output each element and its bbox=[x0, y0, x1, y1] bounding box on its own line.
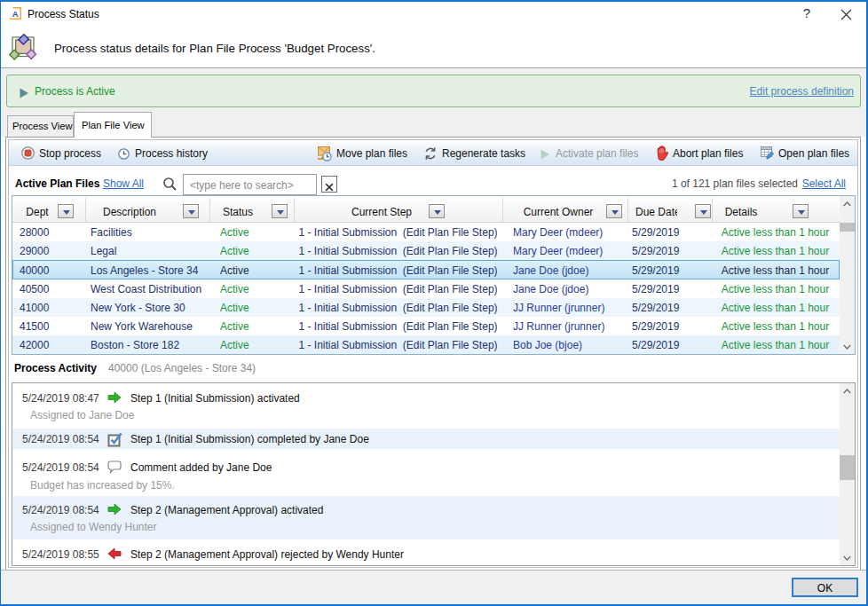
svg-text:A: A bbox=[12, 9, 19, 19]
